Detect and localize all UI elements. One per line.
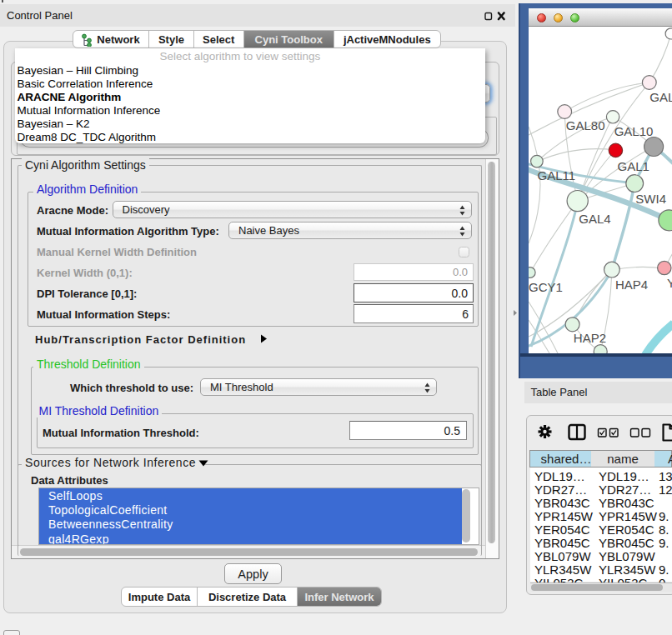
svg-text:GCY1: GCY1 (529, 280, 563, 294)
svg-text:Y: Y (667, 276, 672, 290)
svg-text:GAL4: GAL4 (579, 212, 610, 226)
svg-text:GAL1: GAL1 (618, 159, 649, 173)
svg-text:GAL80: GAL80 (566, 118, 605, 132)
svg-text:GAL11: GAL11 (538, 168, 576, 182)
svg-text:HAP4: HAP4 (615, 278, 648, 292)
svg-text:GAL: GAL (649, 90, 672, 104)
svg-text:HAP2: HAP2 (574, 331, 606, 345)
svg-text:GAL10: GAL10 (614, 124, 654, 138)
svg-text:SWI4: SWI4 (635, 192, 666, 206)
